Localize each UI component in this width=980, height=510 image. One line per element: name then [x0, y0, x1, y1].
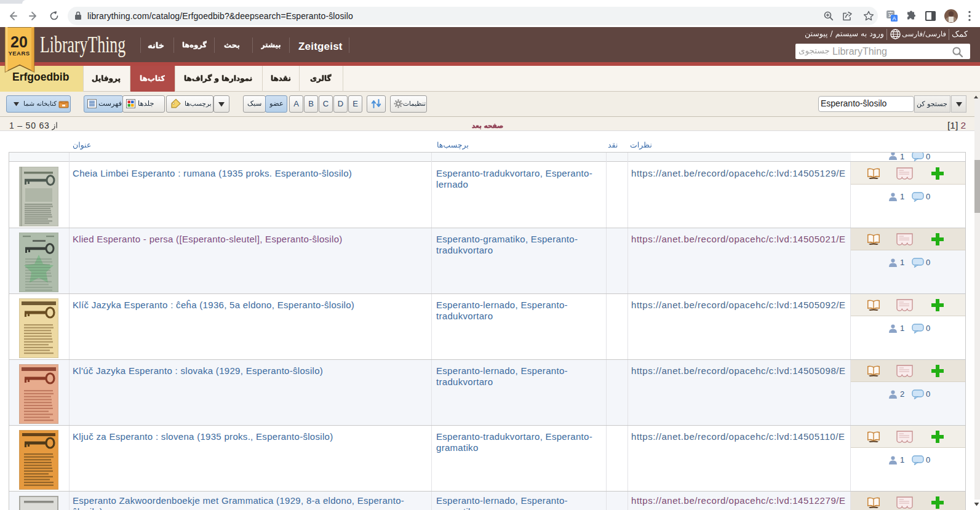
svg-text:20: 20 — [10, 33, 28, 50]
svg-text:A: A — [892, 15, 896, 22]
svg-text:YEARS: YEARS — [8, 50, 30, 57]
